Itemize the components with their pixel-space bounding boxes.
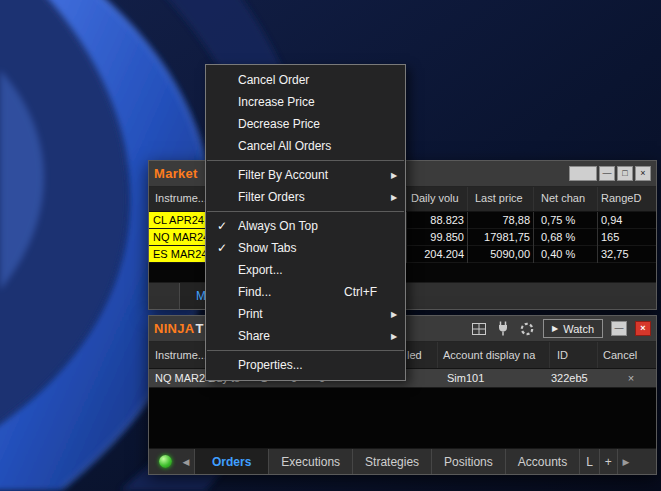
menu-item-label: Always On Top [238,219,387,233]
ninja-logo-accent: NINJA [154,321,195,336]
column-divider [406,212,407,263]
market-close-button[interactable]: × [635,166,651,181]
range-cell: 32,75 [601,248,629,260]
watch-button-label: Watch [563,323,594,335]
connection-status-indicator [159,455,172,468]
net-change-cell: 0,68 % [541,231,575,243]
loading-spinner-icon [519,321,535,337]
order-instrument: NQ MAR24 [155,372,211,384]
column-divider [597,187,598,211]
menu-item-cancel-order[interactable]: Cancel Order [206,69,405,91]
instrument-cell: ES MAR24 [149,246,206,262]
column-divider [549,342,550,368]
orders-empty-area [149,388,656,450]
menu-separator [207,160,404,161]
add-tab-button[interactable]: + [600,449,618,474]
ninja-close-button[interactable]: × [635,321,651,336]
daily-volume-cell: 88.823 [407,214,464,226]
tab-scroll-left-button[interactable]: ◀ [178,449,194,474]
last-price-cell: 17981,75 [469,231,530,243]
tab-executions[interactable]: Executions [269,449,353,474]
tab-accounts[interactable]: Accounts [506,449,580,474]
col-instrument[interactable]: Instrume... [155,192,207,204]
last-price-cell: 5090,00 [469,248,530,260]
menu-item-filter-by-account[interactable]: Filter By Account ▶ [206,164,405,186]
order-account: Sim101 [447,372,484,384]
menu-item-label: Filter Orders [238,190,387,204]
tab-positions[interactable]: Positions [432,449,506,474]
menu-item-export[interactable]: Export... [206,259,405,281]
col-net-change[interactable]: Net chan [541,192,585,204]
menu-item-share[interactable]: Share ▶ [206,325,405,347]
menu-item-label: Find... [238,285,344,299]
menu-item-label: Share [238,329,387,343]
column-divider [533,187,534,211]
col-daily-volume[interactable]: Daily volu [411,192,459,204]
menu-item-label: Print [238,307,387,321]
desktop: Market — □ × Instrume... Daily volu Last… [0,0,661,491]
market-maximize-button[interactable]: □ [617,166,633,181]
column-divider [406,187,407,211]
daily-volume-cell: 99.850 [407,231,464,243]
ninja-minimize-button[interactable]: — [611,321,627,336]
menu-item-label: Export... [238,263,387,277]
column-divider [437,342,438,368]
menu-item-label: Properties... [238,358,387,372]
submenu-arrow-icon: ▶ [387,193,401,202]
market-extra-button[interactable] [569,166,597,181]
menu-item-cancel-all-orders[interactable]: Cancel All Orders [206,135,405,157]
menu-item-increase-price[interactable]: Increase Price [206,91,405,113]
submenu-arrow-icon: ▶ [387,310,401,319]
market-window-title: Market [154,166,198,181]
submenu-arrow-icon: ▶ [387,171,401,180]
daily-volume-cell: 204.204 [407,248,464,260]
cancel-order-x-button[interactable]: × [619,372,643,384]
col-range[interactable]: RangeD [601,192,641,204]
menu-item-find[interactable]: Find... Ctrl+F [206,281,405,303]
col-instrument[interactable]: Instrume... [155,349,207,361]
play-icon: ▶ [552,324,558,333]
menu-item-label: Increase Price [238,95,387,109]
col-account-display-name[interactable]: Account display na [443,349,535,361]
tab-orders[interactable]: Orders [194,449,269,474]
menu-item-always-on-top[interactable]: ✓ Always On Top [206,215,405,237]
col-id[interactable]: ID [557,349,568,361]
tab-strategies[interactable]: Strategies [353,449,432,474]
tab-truncated[interactable]: L [580,449,600,474]
menu-item-label: Filter By Account [238,168,387,182]
col-cancel[interactable]: Cancel [603,349,637,361]
order-id: 322eb5 [551,372,588,384]
menu-separator [207,350,404,351]
menu-item-shortcut: Ctrl+F [344,285,377,299]
instrument-cell: NQ MAR24 [149,229,206,245]
net-change-cell: 0,40 % [541,248,575,260]
column-divider [597,342,598,368]
net-change-cell: 0,75 % [541,214,575,226]
col-last-price[interactable]: Last price [475,192,523,204]
menu-item-filter-orders[interactable]: Filter Orders ▶ [206,186,405,208]
column-divider [597,212,598,263]
menu-item-print[interactable]: Print ▶ [206,303,405,325]
menu-item-properties[interactable]: Properties... [206,354,405,376]
col-filled[interactable]: led [407,349,422,361]
menu-item-label: Decrease Price [238,117,387,131]
column-divider [467,212,468,263]
column-divider [467,187,468,211]
market-minimize-button[interactable]: — [599,166,615,181]
menu-item-decrease-price[interactable]: Decrease Price [206,113,405,135]
orders-context-menu: Cancel Order Increase Price Decrease Pri… [205,64,406,381]
range-cell: 0,94 [601,214,622,226]
instrument-cell: CL APR24 [149,212,206,228]
tab-scroll-right-button[interactable]: ▶ [618,449,634,474]
orders-tab-strip: ◀ Orders Executions Strategies Positions… [149,448,656,474]
window-layout-icon[interactable] [471,321,487,337]
watch-button[interactable]: ▶ Watch [543,319,603,338]
menu-separator [207,211,404,212]
column-divider [533,212,534,263]
connection-plug-icon[interactable] [495,321,511,337]
ninja-logo-rest: T [196,321,204,336]
menu-item-show-tabs[interactable]: ✓ Show Tabs [206,237,405,259]
check-icon: ✓ [206,219,238,233]
menu-item-label: Cancel All Orders [238,139,387,153]
menu-item-label: Show Tabs [238,241,387,255]
